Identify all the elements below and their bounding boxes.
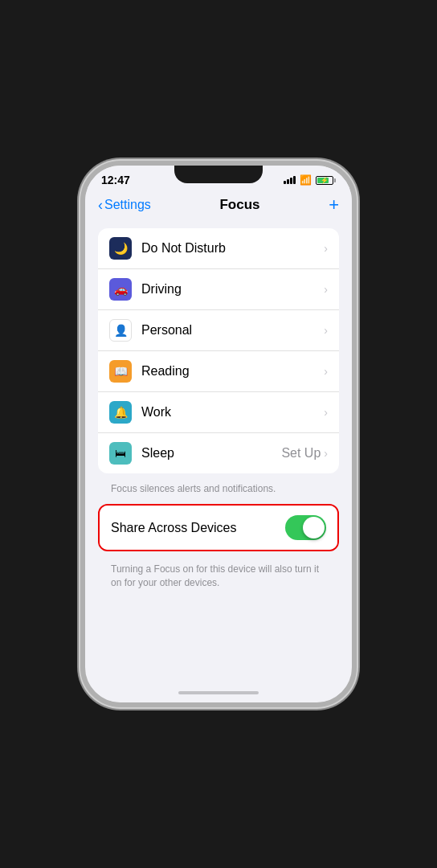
chevron-right-icon: › (324, 283, 328, 296)
focus-items-group: 🌙 Do Not Disturb › 🚗 Driving › 👤 (98, 228, 339, 473)
page-title: Focus (219, 197, 259, 213)
main-content: 🌙 Do Not Disturb › 🚗 Driving › 👤 (85, 222, 352, 683)
focus-item-sleep[interactable]: 🛏 Sleep Set Up › (98, 433, 339, 473)
phone-frame: 12:47 📶 ⚡ (80, 161, 357, 707)
chevron-right-icon: › (324, 406, 328, 419)
signal-icon (284, 176, 296, 184)
focus-label-sleep: Sleep (141, 446, 281, 461)
chevron-right-icon: › (324, 242, 328, 255)
chevron-right-icon: › (324, 447, 328, 460)
focus-label-driving: Driving (141, 282, 324, 297)
focus-group-caption: Focus silences alerts and notifications. (98, 478, 339, 504)
home-indicator (85, 683, 352, 702)
toggle-caption: Turning a Focus on for this device will … (98, 558, 339, 600)
share-devices-label: Share Across Devices (111, 521, 285, 535)
setup-label: Set Up (281, 446, 321, 461)
sleep-icon: 🛏 (109, 442, 132, 465)
add-button[interactable]: + (329, 194, 339, 215)
focus-label-work: Work (141, 405, 324, 420)
focus-item-personal[interactable]: 👤 Personal › (98, 310, 339, 351)
book-icon: 📖 (109, 360, 132, 383)
car-icon: 🚗 (109, 278, 132, 301)
status-time: 12:47 (101, 174, 130, 186)
focus-item-work[interactable]: 🔔 Work › (98, 392, 339, 433)
focus-label-personal: Personal (141, 323, 324, 338)
share-devices-toggle[interactable] (285, 515, 326, 540)
chevron-right-icon: › (324, 324, 328, 337)
wifi-icon: 📶 (300, 174, 312, 186)
screen: 12:47 📶 ⚡ (85, 166, 352, 702)
back-button[interactable]: ‹ Settings (98, 197, 151, 214)
back-label: Settings (104, 198, 151, 212)
focus-item-reading[interactable]: 📖 Reading › (98, 351, 339, 392)
focus-item-driving[interactable]: 🚗 Driving › (98, 269, 339, 310)
chevron-right-icon: › (324, 365, 328, 378)
share-devices-row: Share Across Devices (100, 506, 337, 550)
focus-item-do-not-disturb[interactable]: 🌙 Do Not Disturb › (98, 228, 339, 269)
chevron-left-icon: ‹ (98, 197, 103, 214)
status-icons: 📶 ⚡ (284, 174, 336, 186)
person-icon: 👤 (109, 319, 132, 342)
work-icon: 🔔 (109, 401, 132, 424)
battery-icon: ⚡ (316, 176, 336, 185)
notch (174, 166, 263, 183)
focus-label-do-not-disturb: Do Not Disturb (141, 241, 324, 256)
moon-icon: 🌙 (109, 237, 132, 260)
share-devices-section: Share Across Devices (98, 504, 339, 551)
nav-bar: ‹ Settings Focus + (85, 190, 352, 222)
home-bar (178, 691, 259, 694)
focus-label-reading: Reading (141, 364, 324, 379)
